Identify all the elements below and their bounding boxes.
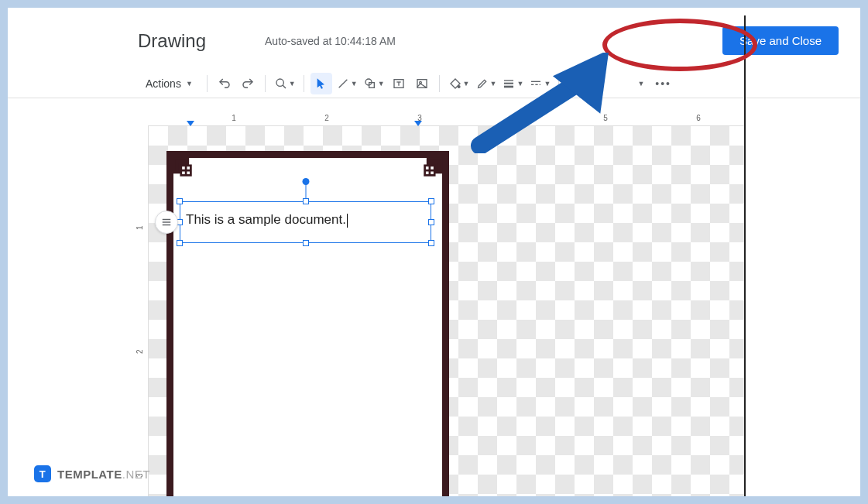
watermark-text-light: .NET — [122, 468, 150, 481]
border-weight-button[interactable]: ▼ — [499, 73, 525, 94]
separator — [304, 75, 304, 92]
border-color-button[interactable]: ▼ — [473, 73, 499, 94]
autosave-status: Auto-saved at 10:44:18 AM — [265, 35, 710, 47]
resize-handle-se[interactable] — [428, 240, 434, 246]
textbox-tool-button[interactable] — [388, 73, 410, 94]
chevron-down-icon: ▼ — [378, 80, 385, 87]
template-net-watermark: T TEMPLATE.NET — [34, 465, 150, 482]
separator — [265, 75, 266, 92]
ruler-tick-label: 2 — [324, 114, 329, 122]
text-wrap-icon — [161, 217, 172, 228]
undo-icon — [218, 77, 232, 91]
shape-tool-button[interactable]: ▼ — [361, 73, 386, 94]
svg-point-10 — [458, 85, 460, 87]
textbox-text: This is a sample document. — [186, 212, 346, 227]
ruler-tick-label: 1 — [232, 114, 236, 122]
chevron-down-icon: ▼ — [463, 80, 470, 87]
undo-button[interactable] — [214, 73, 235, 94]
toolbar: Actions ▼ ▼ ▼ ▼ — [8, 69, 860, 98]
zoom-icon — [275, 77, 287, 90]
image-icon — [416, 77, 428, 90]
ruler-tick-label: 6 — [696, 114, 701, 122]
dialog-right-edge — [744, 15, 746, 496]
ruler-tick-label: 1 — [136, 225, 144, 230]
frame-corner-ornament — [415, 157, 443, 185]
shape-icon — [364, 77, 376, 90]
resize-handle-sw[interactable] — [177, 240, 183, 246]
text-cursor — [347, 214, 348, 228]
svg-line-2 — [338, 79, 347, 87]
dialog-header: Drawing Auto-saved at 10:44:18 AM Save a… — [8, 8, 860, 69]
resize-handle-n[interactable] — [303, 198, 309, 204]
separator — [558, 75, 559, 92]
separator — [207, 75, 208, 92]
chevron-down-icon: ▼ — [490, 80, 497, 87]
rotation-handle[interactable] — [302, 178, 309, 185]
chevron-down-icon: ▼ — [544, 80, 551, 87]
redo-button[interactable] — [237, 73, 259, 94]
indent-marker-right[interactable] — [414, 121, 422, 126]
svg-line-1 — [283, 85, 286, 88]
text-wrap-control[interactable] — [155, 211, 178, 234]
watermark-text-bold: TEMPLATE — [57, 468, 122, 481]
line-icon — [337, 77, 349, 90]
chevron-down-icon: ▼ — [351, 80, 358, 87]
svg-rect-12 — [504, 82, 513, 84]
fill-color-button[interactable]: ▼ — [446, 73, 472, 94]
chevron-down-icon: ▼ — [637, 80, 644, 87]
border-dash-button[interactable]: ▼ — [527, 73, 552, 94]
svg-rect-11 — [504, 80, 513, 81]
save-and-close-button[interactable]: Save and Close — [722, 26, 839, 55]
line-tool-button[interactable]: ▼ — [334, 73, 359, 94]
chevron-down-icon: ▼ — [289, 80, 296, 87]
resize-handle-e[interactable] — [428, 219, 434, 225]
select-tool-button[interactable] — [310, 73, 332, 94]
more-button[interactable]: ••• — [652, 73, 674, 94]
resize-handle-s[interactable] — [303, 240, 309, 246]
font-family-dropdown[interactable]: Arial ▼ — [565, 73, 650, 94]
actions-menu-button[interactable]: Actions ▼ — [138, 73, 201, 94]
font-family-label: Arial — [571, 77, 593, 90]
vertical-ruler: 1 2 3 — [138, 125, 149, 496]
pencil-icon — [476, 77, 489, 90]
more-horizontal-icon: ••• — [655, 77, 671, 90]
ruler-tick-label: 2 — [136, 349, 144, 354]
ruler-tick-label: 4 — [510, 114, 515, 122]
separator — [439, 75, 440, 92]
cursor-icon — [315, 77, 328, 90]
resize-handle-nw[interactable] — [177, 198, 183, 204]
resize-handle-ne[interactable] — [428, 198, 434, 204]
actions-label: Actions — [146, 77, 181, 90]
zoom-button[interactable]: ▼ — [272, 73, 297, 94]
paint-bucket-icon — [449, 77, 461, 90]
svg-point-0 — [276, 79, 283, 86]
line-weight-icon — [503, 77, 515, 90]
image-tool-button[interactable] — [411, 73, 433, 94]
drawing-dialog: Drawing Auto-saved at 10:44:18 AM Save a… — [8, 8, 860, 496]
chevron-down-icon: ▼ — [186, 80, 193, 87]
ruler-tick-label: 5 — [603, 114, 608, 122]
horizontal-ruler: 1 2 3 4 5 6 — [149, 112, 744, 126]
template-net-logo-icon: T — [34, 465, 51, 482]
redo-icon — [241, 77, 255, 91]
dialog-title: Drawing — [138, 30, 206, 52]
textbox-content[interactable]: This is a sample document. — [186, 212, 425, 228]
frame-corner-ornament — [173, 157, 201, 185]
chevron-down-icon: ▼ — [516, 80, 523, 87]
svg-rect-13 — [504, 85, 513, 87]
line-dash-icon — [530, 77, 542, 90]
indent-marker-left[interactable] — [187, 121, 194, 126]
selected-textbox[interactable]: This is a sample document. — [180, 201, 431, 243]
textbox-icon — [393, 77, 405, 90]
